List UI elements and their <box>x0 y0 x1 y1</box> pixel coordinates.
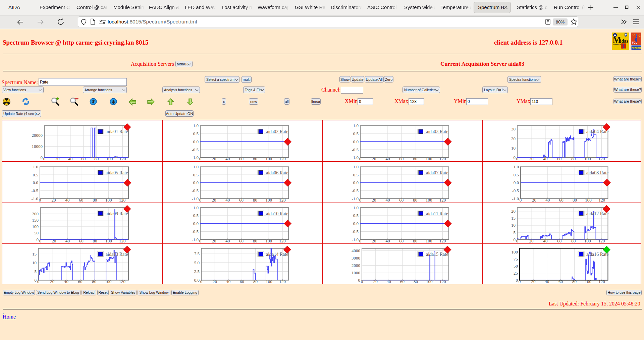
svg-text:1.0: 1.0 <box>193 205 198 210</box>
svg-text:25: 25 <box>514 271 518 276</box>
svg-text:7.5: 7.5 <box>194 251 199 257</box>
svg-text:aida15 Rate: aida15 Rate <box>426 252 448 257</box>
svg-text:1.0: 1.0 <box>193 123 198 128</box>
svg-text:-0.5: -0.5 <box>512 188 519 193</box>
svg-text:0.0: 0.0 <box>194 278 199 283</box>
svg-text:aida05 Rate: aida05 Rate <box>106 170 128 175</box>
svg-text:-0.5: -0.5 <box>192 147 199 152</box>
svg-text:-0.5: -0.5 <box>352 147 359 152</box>
svg-text:0: 0 <box>37 237 39 242</box>
svg-text:0.0: 0.0 <box>193 180 198 185</box>
svg-text:1.0: 1.0 <box>353 164 359 169</box>
svg-text:1000: 1000 <box>352 270 360 275</box>
svg-text:-0.5: -0.5 <box>192 229 199 234</box>
svg-text:0: 0 <box>516 278 518 283</box>
svg-text:1.0: 1.0 <box>513 164 519 169</box>
svg-text:aida04 Rate: aida04 Rate <box>586 129 608 134</box>
svg-text:-1.0: -1.0 <box>512 196 519 201</box>
svg-text:1.0: 1.0 <box>193 164 198 169</box>
svg-text:-1.0: -1.0 <box>31 196 38 201</box>
svg-text:5: 5 <box>513 230 516 235</box>
svg-text:50: 50 <box>34 230 39 235</box>
svg-text:0: 0 <box>41 155 43 160</box>
svg-text:-0.5: -0.5 <box>31 188 38 193</box>
svg-text:aida12 Rate: aida12 Rate <box>586 211 608 216</box>
svg-text:10000: 10000 <box>32 144 43 149</box>
svg-text:-0.5: -0.5 <box>352 188 359 193</box>
svg-text:0.0: 0.0 <box>353 180 359 185</box>
svg-text:1.0: 1.0 <box>353 205 359 210</box>
svg-text:-1.0: -1.0 <box>192 196 199 201</box>
svg-text:100: 100 <box>511 249 518 254</box>
svg-text:-1.0: -1.0 <box>352 237 359 242</box>
svg-text:aida16 Rate: aida16 Rate <box>586 252 608 257</box>
svg-text:200: 200 <box>32 211 39 216</box>
svg-text:0: 0 <box>513 155 516 160</box>
svg-text:aida01 Rate: aida01 Rate <box>106 129 128 134</box>
svg-text:-1.0: -1.0 <box>352 155 359 160</box>
svg-text:10: 10 <box>511 146 516 151</box>
svg-text:10: 10 <box>511 223 516 228</box>
svg-text:0.5: 0.5 <box>353 213 359 218</box>
svg-text:POWERED: POWERED <box>632 47 642 49</box>
svg-text:15: 15 <box>32 251 37 257</box>
svg-text:-1.0: -1.0 <box>192 237 199 242</box>
svg-text:2.5: 2.5 <box>194 269 199 274</box>
svg-text:5: 5 <box>35 269 37 274</box>
svg-text:aida08 Rate: aida08 Rate <box>586 170 608 175</box>
svg-text:0.5: 0.5 <box>353 172 359 177</box>
svg-text:0.5: 0.5 <box>33 172 38 177</box>
svg-text:aida09 Rate: aida09 Rate <box>106 211 128 216</box>
svg-text:20: 20 <box>511 209 516 214</box>
svg-text:4000: 4000 <box>352 248 360 253</box>
svg-text:20000: 20000 <box>32 133 43 138</box>
svg-text:3000: 3000 <box>352 256 360 261</box>
svg-text:0.0: 0.0 <box>513 180 519 185</box>
svg-text:100: 100 <box>32 224 39 229</box>
svg-text:aida13 Rate: aida13 Rate <box>106 252 128 257</box>
svg-text:0.0: 0.0 <box>33 180 38 185</box>
svg-text:1.0: 1.0 <box>33 164 38 169</box>
svg-text:POWER: POWER <box>622 48 626 50</box>
svg-text:aida02 Rate: aida02 Rate <box>266 129 288 134</box>
svg-text:0.0: 0.0 <box>193 139 198 144</box>
svg-text:aida14 Rate: aida14 Rate <box>266 252 288 257</box>
svg-text:20: 20 <box>511 136 516 141</box>
svg-text:0.5: 0.5 <box>193 131 198 136</box>
svg-text:1.0: 1.0 <box>353 123 359 128</box>
svg-text:0.0: 0.0 <box>353 221 359 226</box>
svg-text:0: 0 <box>358 278 361 283</box>
svg-text:0.0: 0.0 <box>193 221 198 226</box>
svg-text:75: 75 <box>514 257 518 262</box>
svg-text:150: 150 <box>32 218 39 223</box>
svg-text:5.0: 5.0 <box>194 260 199 265</box>
svg-text:30: 30 <box>511 126 516 131</box>
svg-text:aida11 Rate: aida11 Rate <box>426 211 448 216</box>
svg-text:0.5: 0.5 <box>353 131 359 136</box>
svg-text:powered by: powered by <box>613 44 622 45</box>
svg-text:idas: idas <box>620 39 629 44</box>
svg-text:-1.0: -1.0 <box>352 196 359 201</box>
svg-text:0: 0 <box>513 237 516 242</box>
svg-text:0.5: 0.5 <box>193 172 198 177</box>
svg-text:0.5: 0.5 <box>193 213 198 218</box>
svg-text:15: 15 <box>511 216 516 221</box>
svg-text:aida03 Rate: aida03 Rate <box>426 129 448 134</box>
svg-text:50: 50 <box>514 264 518 269</box>
svg-text:-0.5: -0.5 <box>352 229 359 234</box>
svg-text:-1.0: -1.0 <box>192 155 199 160</box>
svg-text:-0.5: -0.5 <box>192 188 199 193</box>
svg-text:10: 10 <box>32 260 37 265</box>
svg-text:0.5: 0.5 <box>513 172 519 177</box>
svg-text:TCL: TCL <box>632 41 638 44</box>
svg-text:0.0: 0.0 <box>353 139 359 144</box>
svg-text:aida06 Rate: aida06 Rate <box>266 170 288 175</box>
svg-text:0: 0 <box>35 278 37 283</box>
svg-text:2000: 2000 <box>352 263 360 268</box>
svg-text:aida10 Rate: aida10 Rate <box>266 211 288 216</box>
svg-text:aida07 Rate: aida07 Rate <box>426 170 448 175</box>
